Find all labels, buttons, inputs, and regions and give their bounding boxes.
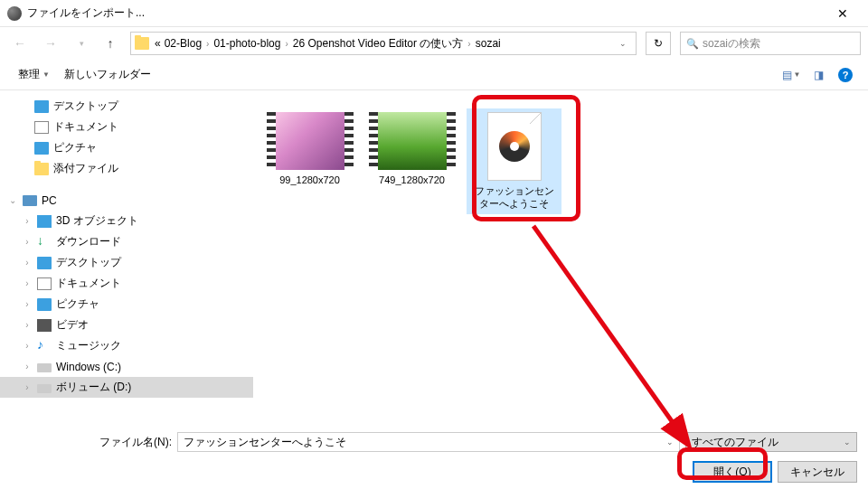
up-button[interactable]: ↑ <box>99 33 121 54</box>
expand-icon[interactable]: › <box>22 258 33 268</box>
filter-label: すべてのファイル <box>692 435 778 450</box>
toolbar: 整理 ▼ 新しいフォルダー ▤ ▼ ◨ ? <box>0 60 868 90</box>
tree-item[interactable]: ›デスクトップ <box>0 252 253 273</box>
address-bar[interactable]: « 02-Blog › 01-photo-blog › 26 Openshot … <box>130 32 637 55</box>
organize-menu[interactable]: 整理 ▼ <box>11 63 57 86</box>
search-placeholder: sozaiの検索 <box>703 36 760 52</box>
preview-pane-icon: ◨ <box>814 69 824 81</box>
window-title: ファイルをインポート... <box>27 5 825 21</box>
forward-button[interactable]: → <box>38 31 63 56</box>
app-icon <box>7 6 22 21</box>
chevron-down-icon[interactable]: ⌄ <box>666 437 674 447</box>
expand-icon[interactable]: › <box>22 320 33 330</box>
tree-item[interactable]: ›ミュージック <box>0 335 253 356</box>
drive-icon <box>37 363 52 372</box>
filename-input[interactable]: ファッションセンターへようこそ ⌄ <box>177 432 680 452</box>
close-button[interactable]: ✕ <box>825 1 861 26</box>
file-type-filter[interactable]: すべてのファイル ⌄ <box>685 432 857 452</box>
cancel-button[interactable]: キャンセル <box>778 461 857 483</box>
expand-icon[interactable]: › <box>22 362 33 371</box>
obj3d-icon <box>37 215 52 228</box>
filename-value: ファッションセンターへようこそ <box>184 435 346 450</box>
drive-icon <box>37 384 52 393</box>
folder-icon <box>34 163 49 175</box>
chevron-down-icon: ▼ <box>794 71 801 79</box>
file-list[interactable]: 99_1280x720749_1280x720ファッションセンターへようこそ <box>253 90 868 423</box>
tree-item[interactable]: ›ドキュメント <box>0 273 253 294</box>
tree-label: ドキュメント <box>53 119 118 135</box>
cancel-label: キャンセル <box>790 465 844 480</box>
tree-item[interactable]: デスクトップ <box>0 96 253 117</box>
tree-label: ボリューム (D:) <box>56 380 131 395</box>
folder-icon <box>135 37 149 50</box>
expand-icon[interactable]: › <box>22 216 33 226</box>
breadcrumb[interactable]: 26 Openshot Video Editor の使い方 <box>291 36 466 52</box>
tree-item[interactable]: ドキュメント <box>0 117 253 137</box>
desktop-icon <box>34 100 49 113</box>
tree-sidebar: デスクトップドキュメントピクチャ添付ファイル⌄PC›3D オブジェクト›ダウンロ… <box>0 90 253 423</box>
tree-label: ダウンロード <box>56 234 121 249</box>
breadcrumb[interactable]: 01-photo-blog <box>212 37 282 50</box>
doc-icon <box>37 277 52 290</box>
tree-label: ドキュメント <box>56 276 121 291</box>
chevron-down-icon: ▼ <box>42 71 50 79</box>
expand-icon[interactable]: › <box>22 382 33 392</box>
dl-icon <box>37 236 52 249</box>
filename-label: ファイル名(N): <box>18 435 172 450</box>
preview-pane-button[interactable]: ◨ <box>807 65 830 85</box>
thumbnails-icon: ▤ <box>782 69 792 81</box>
tree-item-pc[interactable]: ⌄PC <box>0 190 253 211</box>
refresh-button[interactable]: ↻ <box>646 32 671 55</box>
expand-icon[interactable]: ⌄ <box>7 195 18 205</box>
expand-icon[interactable]: › <box>22 278 33 288</box>
tree-label: デスクトップ <box>56 255 121 270</box>
tree-label: 3D オブジェクト <box>56 213 138 229</box>
video-icon <box>37 319 52 332</box>
audio-file-icon <box>487 112 542 181</box>
tree-item[interactable]: ピクチャ <box>0 137 253 158</box>
doc-icon <box>34 121 49 134</box>
tree-item[interactable]: ›Windows (C:) <box>0 356 253 377</box>
file-label: 99_1280x720 <box>279 174 340 186</box>
address-dropdown[interactable]: ⌄ <box>614 39 632 48</box>
tree-item[interactable]: ›ダウンロード <box>0 231 253 252</box>
tree-label: ピクチャ <box>56 296 99 312</box>
breadcrumb[interactable]: sozai <box>474 37 503 50</box>
recent-dropdown[interactable]: ▾ <box>69 31 94 56</box>
crumb-prefix: « <box>153 37 163 50</box>
new-folder-button[interactable]: 新しいフォルダー <box>57 63 158 86</box>
open-label: 開く(O) <box>713 465 750 480</box>
titlebar: ファイルをインポート... ✕ <box>0 0 868 27</box>
music-icon <box>37 340 52 353</box>
pc-icon <box>23 195 37 206</box>
desktop-icon <box>37 257 52 269</box>
file-label: ファッションセンターへようこそ <box>470 184 558 211</box>
tree-item[interactable]: ›ピクチャ <box>0 294 253 315</box>
file-item[interactable]: ファッションセンターへようこそ <box>467 108 561 214</box>
help-icon: ? <box>838 68 853 82</box>
search-icon: 🔍 <box>686 38 699 50</box>
file-item[interactable]: 749_1280x720 <box>364 108 459 190</box>
expand-icon[interactable]: › <box>22 299 33 309</box>
chevron-right-icon: › <box>467 39 470 49</box>
tree-item[interactable]: ›ボリューム (D:) <box>0 377 253 398</box>
breadcrumb[interactable]: 02-Blog <box>163 37 203 50</box>
tree-label: ビデオ <box>56 317 89 333</box>
tree-item[interactable]: 添付ファイル <box>0 158 253 179</box>
tree-item[interactable]: ›ビデオ <box>0 315 253 335</box>
file-item[interactable]: 99_1280x720 <box>262 108 357 190</box>
expand-icon[interactable]: › <box>22 237 33 247</box>
chevron-right-icon: › <box>285 39 288 49</box>
tree-label: デスクトップ <box>53 99 118 114</box>
expand-icon[interactable]: › <box>22 341 33 351</box>
chevron-right-icon: › <box>206 39 209 49</box>
chevron-down-icon: ⌄ <box>844 437 851 447</box>
tree-item[interactable]: ›3D オブジェクト <box>0 211 253 231</box>
back-button[interactable]: ← <box>7 31 33 56</box>
help-button[interactable]: ? <box>834 65 857 85</box>
view-options-button[interactable]: ▤ ▼ <box>779 65 803 85</box>
search-input[interactable]: 🔍 sozaiの検索 <box>680 32 861 55</box>
pics-icon <box>37 298 52 311</box>
open-button[interactable]: 開く(O) <box>693 461 772 483</box>
pics-icon <box>34 142 49 155</box>
